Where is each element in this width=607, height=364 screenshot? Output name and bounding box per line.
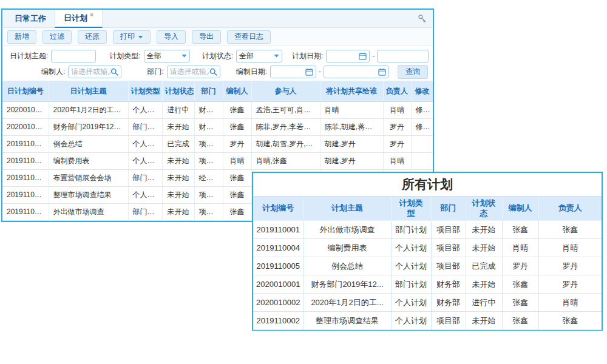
calendar-icon[interactable] — [378, 68, 386, 76]
col-edit[interactable]: 修改 — [411, 81, 433, 101]
col-creator[interactable]: 编制人 — [223, 81, 251, 101]
cell-participants: 孟浩,王可可,肖晴,张鑫 — [251, 101, 320, 118]
cell-dept: 项目部 — [431, 221, 466, 239]
table-header-row: 计划编号 计划主题 计划类型 部门 计划状态 编制人 负责人 — [253, 197, 602, 221]
search-icon[interactable] — [209, 68, 217, 76]
view-log-button[interactable]: 查看日志 — [227, 30, 271, 44]
calendar-icon[interactable] — [359, 52, 367, 60]
col-status: 计划状态 — [466, 197, 502, 221]
cell-plan-id[interactable]: 2019110003 — [2, 169, 49, 186]
cell-dept: 项目部 — [194, 135, 223, 152]
tab-close-icon[interactable]: × — [90, 12, 93, 18]
status-label: 计划状态: — [202, 51, 233, 61]
table-row: 2019110001 外出做市场调查 部门计划 项目部 未开始 张鑫 张鑫 — [253, 221, 602, 239]
tab-daily-plan[interactable]: 日计划 × — [55, 10, 103, 28]
date-range-separator: - — [372, 52, 375, 60]
cell-edit-link[interactable]: 修改 — [411, 118, 433, 135]
cell-plan-id: 2019110004 — [253, 239, 304, 257]
col-subject[interactable]: 日计划主题 — [49, 81, 128, 101]
creator-input[interactable] — [68, 66, 121, 78]
cell-owner[interactable]: 肖晴 — [383, 152, 411, 169]
calendar-icon[interactable] — [305, 68, 313, 76]
cell-owner[interactable]: 罗丹 — [383, 135, 411, 152]
plan-date-label: 计划日期: — [292, 51, 323, 61]
cell-owner[interactable]: 罗丹 — [383, 118, 411, 135]
search-icon[interactable] — [110, 68, 118, 76]
export-button[interactable]: 导出 — [192, 30, 221, 44]
plan-date-from-input[interactable] — [326, 50, 370, 62]
col-share-with[interactable]: 将计划共享给谁 — [320, 81, 383, 101]
table-row: 2020010001 财务部门2019年12月的... 部门计划 未开始 财务部… — [2, 118, 433, 135]
table-header-row: 日计划编号 日计划主题 计划类型 计划状态 部门 编制人 参与人 将计划共享给谁… — [2, 81, 433, 101]
print-button[interactable]: 打印 — [113, 30, 151, 44]
col-plan-id[interactable]: 日计划编号 — [2, 81, 49, 101]
table-row: 2019110005 例会总结 个人计划 项目部 已完成 罗丹 罗丹 — [253, 257, 602, 275]
all-plans-title: 所有计划 — [253, 173, 602, 196]
col-dept: 部门 — [431, 197, 466, 221]
dept-input[interactable] — [167, 66, 220, 78]
toolbar: 新增 过滤 还原 打印 导入 导出 查看日志 — [2, 28, 433, 46]
cell-status: 未开始 — [162, 118, 194, 135]
restore-button[interactable]: 还原 — [78, 30, 107, 44]
col-type[interactable]: 计划类型 — [128, 81, 162, 101]
col-dept[interactable]: 部门 — [194, 81, 223, 101]
cell-dept: 项目部 — [431, 312, 466, 330]
plan-date-to-input[interactable] — [377, 50, 429, 62]
cell-status: 未开始 — [162, 186, 194, 203]
create-date-to-input[interactable] — [324, 66, 389, 78]
col-plan-id: 计划编号 — [253, 197, 304, 221]
col-status[interactable]: 计划状态 — [162, 81, 194, 101]
cell-dept: 项目部 — [194, 186, 223, 203]
cell-type: 个人计划 — [391, 294, 431, 312]
cell-owner: 肖晴 — [538, 294, 602, 312]
table-row: 2019110002 整理市场调查结果 个人计划 项目部 未开始 张鑫 张鑫 — [253, 312, 602, 330]
col-participants[interactable]: 参与人 — [251, 81, 320, 101]
cell-status: 未开始 — [466, 275, 502, 294]
cell-owner: 肖晴 — [538, 239, 602, 257]
cell-creator: 罗丹 — [502, 257, 538, 275]
cell-subject[interactable]: 例会总结 — [49, 135, 128, 152]
chevron-down-icon — [274, 54, 279, 58]
cell-plan-id[interactable]: 2020010001 — [2, 118, 49, 135]
type-select[interactable]: 全部 — [144, 50, 190, 62]
cell-subject[interactable]: 外出做市场调查 — [49, 203, 128, 220]
filter-button[interactable]: 过滤 — [42, 30, 72, 44]
cell-subject[interactable]: 财务部门2019年12月的... — [49, 118, 128, 135]
chevron-down-icon — [138, 35, 143, 39]
cell-type: 个人计划 — [128, 101, 162, 118]
dept-label: 部门: — [147, 67, 163, 77]
cell-subject: 外出做市场调查 — [304, 221, 391, 239]
col-subject: 计划主题 — [304, 197, 391, 221]
cell-status: 未开始 — [162, 203, 194, 220]
cell-dept: 经营部 — [194, 169, 223, 186]
cell-creator: 张鑫 — [502, 275, 538, 294]
cell-subject[interactable]: 布置营销展会会场 — [49, 169, 128, 186]
add-button[interactable]: 新增 — [7, 30, 36, 44]
cell-plan-id[interactable]: 2019110004 — [2, 152, 49, 169]
key-icon[interactable] — [418, 14, 427, 23]
cell-status: 已完成 — [162, 135, 194, 152]
table-row: 2020010001 财务部门2019年12... 部门计划 财务部 未开始 张… — [253, 275, 602, 294]
cell-plan-id[interactable]: 2019110002 — [2, 186, 49, 203]
table-row: 2019110004 编制费用表 个人计划 未开始 项目部 肖晴 肖晴,张鑫 胡… — [2, 152, 433, 169]
subject-input[interactable] — [51, 50, 96, 62]
cell-participants: 肖晴,张鑫 — [251, 152, 320, 169]
cell-subject[interactable]: 整理市场调查结果 — [49, 186, 128, 203]
cell-status: 未开始 — [466, 239, 502, 257]
cell-plan-id[interactable]: 2019110005 — [2, 135, 49, 152]
cell-edit-link[interactable]: 修改 — [411, 101, 433, 118]
import-button[interactable]: 导入 — [157, 30, 186, 44]
cell-share-with: 肖晴 — [320, 101, 383, 118]
tab-daily-work[interactable]: 日常工作 — [6, 10, 55, 27]
cell-plan-id[interactable]: 2020010002 — [2, 101, 49, 118]
cell-creator: 肖晴 — [223, 152, 251, 169]
query-button[interactable]: 查询 — [398, 65, 428, 79]
cell-subject[interactable]: 编制费用表 — [49, 152, 128, 169]
cell-subject[interactable]: 2020年1月2日的工作日... — [49, 101, 128, 118]
create-date-from-input[interactable] — [270, 66, 316, 78]
status-select[interactable]: 全部 — [236, 50, 282, 62]
cell-plan-id[interactable]: 2019110001 — [2, 203, 49, 220]
cell-owner[interactable]: 肖晴 — [383, 101, 411, 118]
col-owner[interactable]: 负责人 — [383, 81, 411, 101]
all-plans-table: 计划编号 计划主题 计划类型 部门 计划状态 编制人 负责人 201911000… — [253, 196, 602, 330]
